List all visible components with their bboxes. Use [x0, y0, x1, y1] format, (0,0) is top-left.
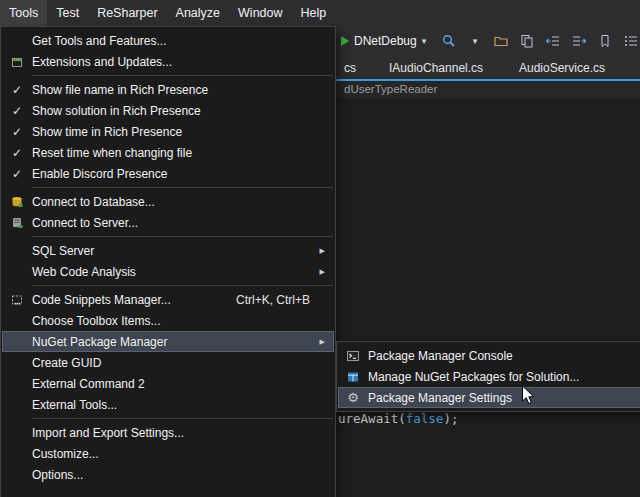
menu-item-import-export-settings[interactable]: Import and Export Settings...: [2, 422, 334, 443]
start-debug-button[interactable]: DNetDebug ▾: [341, 26, 426, 56]
nuget-package-manager-submenu: Package Manager Console Manage NuGet Pac…: [336, 341, 640, 412]
menubar-item-analyze[interactable]: Analyze: [167, 0, 229, 26]
menu-item-show-solution-rich-presence[interactable]: ✓ Show solution in Rich Presence: [2, 100, 334, 121]
menu-item-reset-time-when-changing-file[interactable]: ✓ Reset time when changing file: [2, 142, 334, 163]
menu-item-web-code-analysis[interactable]: Web Code Analysis ▶: [2, 261, 334, 282]
menu-item-code-snippets-manager[interactable]: Code Snippets Manager... Ctrl+K, Ctrl+B: [2, 289, 334, 310]
shift-left-icon[interactable]: [544, 33, 562, 49]
menu-item-package-manager-settings[interactable]: ⚙ Package Manager Settings: [338, 387, 640, 408]
navbar-member-dropdown[interactable]: dUserTypeReader: [344, 81, 437, 98]
menu-item-get-tools-and-features[interactable]: Get Tools and Features...: [2, 30, 334, 51]
snippets-icon: [2, 293, 32, 307]
gear-icon: ⚙: [347, 391, 359, 404]
mouse-cursor: [521, 385, 536, 406]
check-icon: ✓: [12, 125, 22, 139]
check-icon: ✓: [12, 167, 22, 181]
extensions-icon: [2, 55, 32, 69]
code-line: ureAwait(false);: [338, 411, 458, 427]
check-icon: ✓: [12, 104, 22, 118]
submenu-arrow-icon: ▶: [320, 247, 325, 255]
menu-item-show-time-rich-presence[interactable]: ✓ Show time in Rich Presence: [2, 121, 334, 142]
visual-studio-window: Tools Test ReSharper Analyze Window Help…: [0, 0, 640, 497]
menubar-item-help[interactable]: Help: [292, 0, 336, 26]
bookmark-icon[interactable]: [596, 33, 614, 49]
database-icon: [2, 195, 32, 209]
menu-item-choose-toolbox-items[interactable]: Choose Toolbox Items...: [2, 310, 334, 331]
tools-menu: Get Tools and Features... Extensions and…: [0, 26, 336, 497]
run-dropdown-caret[interactable]: ▾: [422, 36, 427, 46]
menu-item-package-manager-console[interactable]: Package Manager Console: [338, 345, 640, 366]
menu-separator: [32, 285, 333, 286]
check-icon: ✓: [12, 83, 22, 97]
tab-iaudiochannel[interactable]: IAudioChannel.cs: [389, 56, 483, 79]
menubar-item-tools[interactable]: Tools: [0, 0, 47, 26]
open-folder-icon[interactable]: [492, 33, 510, 49]
menu-item-options[interactable]: Options...: [2, 464, 334, 485]
menu-item-sql-server[interactable]: SQL Server ▶: [2, 240, 334, 261]
menu-item-nuget-package-manager[interactable]: NuGet Package Manager ▶: [2, 331, 334, 352]
server-icon: [2, 216, 32, 230]
search-icon[interactable]: [440, 33, 458, 49]
tab-audioservice[interactable]: AudioService.cs: [519, 56, 605, 79]
menu-item-manage-nuget-packages-for-solution[interactable]: Manage NuGet Packages for Solution...: [338, 366, 640, 387]
submenu-arrow-icon: ▶: [320, 268, 325, 276]
menu-separator: [32, 187, 333, 188]
task-list-icon[interactable]: [622, 33, 640, 49]
menu-item-customize[interactable]: Customize...: [2, 443, 334, 464]
menu-item-external-tools[interactable]: External Tools...: [2, 394, 334, 415]
console-icon: [338, 349, 368, 363]
menu-separator: [32, 418, 333, 419]
search-dropdown-caret[interactable]: ▾: [466, 33, 484, 49]
menubar-item-test[interactable]: Test: [47, 0, 88, 26]
submenu-arrow-icon: ▶: [320, 338, 325, 346]
run-config-label: DNetDebug: [354, 34, 417, 48]
menu-item-external-command-2[interactable]: External Command 2: [2, 373, 334, 394]
shortcut-label: Ctrl+K, Ctrl+B: [236, 293, 334, 307]
menubar-item-window[interactable]: Window: [229, 0, 291, 26]
menu-item-connect-to-server[interactable]: Connect to Server...: [2, 212, 334, 233]
menu-item-connect-to-database[interactable]: Connect to Database...: [2, 191, 334, 212]
menu-item-create-guid[interactable]: Create GUID: [2, 352, 334, 373]
menubar-item-resharper[interactable]: ReSharper: [88, 0, 166, 26]
main-menubar: Tools Test ReSharper Analyze Window Help: [0, 0, 640, 26]
menu-item-show-file-name-rich-presence[interactable]: ✓ Show file name in Rich Presence: [2, 79, 334, 100]
shift-right-icon[interactable]: [570, 33, 588, 49]
check-icon: ✓: [12, 146, 22, 160]
start-debug-play-icon: [341, 36, 349, 46]
menu-separator: [32, 75, 333, 76]
menu-item-extensions-and-updates[interactable]: Extensions and Updates...: [2, 51, 334, 72]
copy-document-icon[interactable]: [518, 33, 536, 49]
menu-separator: [32, 236, 333, 237]
tab-truncated[interactable]: cs: [344, 56, 356, 79]
nuget-packages-icon: [338, 370, 368, 384]
toolbar-icon-group: ▾: [440, 26, 640, 56]
menu-item-enable-discord-presence[interactable]: ✓ Enable Discord Presence: [2, 163, 334, 184]
